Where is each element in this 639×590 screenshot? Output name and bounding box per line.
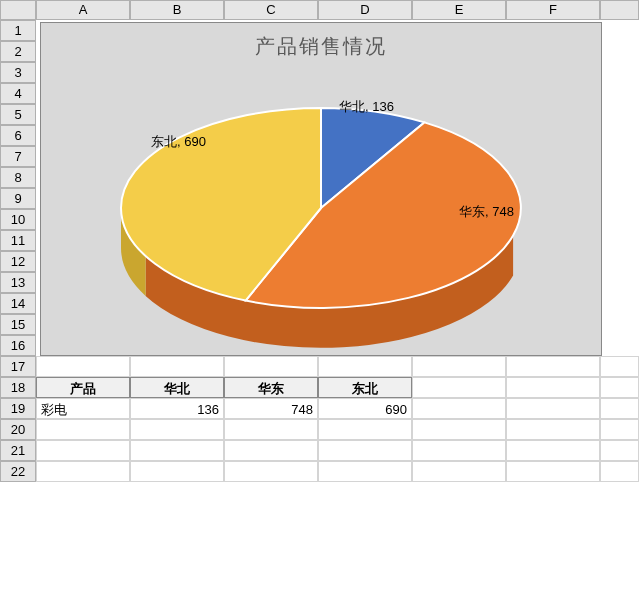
- cell-D20[interactable]: [318, 419, 412, 440]
- cell-F21[interactable]: [506, 440, 600, 461]
- cell-A17[interactable]: [36, 356, 130, 377]
- cell-E21[interactable]: [412, 440, 506, 461]
- row-header-22[interactable]: 22: [0, 461, 36, 482]
- cell-D18[interactable]: 东北: [318, 377, 412, 398]
- row-header-18[interactable]: 18: [0, 377, 36, 398]
- cell-C22[interactable]: [224, 461, 318, 482]
- row-header-17[interactable]: 17: [0, 356, 36, 377]
- cell-A19[interactable]: 彩电: [36, 398, 130, 419]
- row-header-10[interactable]: 10: [0, 209, 36, 230]
- row-header-19[interactable]: 19: [0, 398, 36, 419]
- cell-G19[interactable]: [600, 398, 639, 419]
- cell-D17[interactable]: [318, 356, 412, 377]
- cell-G21[interactable]: [600, 440, 639, 461]
- cell-D21[interactable]: [318, 440, 412, 461]
- cell-G20[interactable]: [600, 419, 639, 440]
- cell-B17[interactable]: [130, 356, 224, 377]
- cell-A20[interactable]: [36, 419, 130, 440]
- cell-C18[interactable]: 华东: [224, 377, 318, 398]
- pie-chart[interactable]: 产品销售情况 华北, 136 华东, 748 东北, 690: [40, 22, 602, 356]
- row-header-3[interactable]: 3: [0, 62, 36, 83]
- cell-F19[interactable]: [506, 398, 600, 419]
- cell-A22[interactable]: [36, 461, 130, 482]
- cell-B20[interactable]: [130, 419, 224, 440]
- row-header-9[interactable]: 9: [0, 188, 36, 209]
- cell-F17[interactable]: [506, 356, 600, 377]
- cell-F20[interactable]: [506, 419, 600, 440]
- cell-E20[interactable]: [412, 419, 506, 440]
- cell-C21[interactable]: [224, 440, 318, 461]
- select-all-corner[interactable]: [0, 0, 36, 20]
- row-header-16[interactable]: 16: [0, 335, 36, 356]
- cell-G18[interactable]: [600, 377, 639, 398]
- row-header-8[interactable]: 8: [0, 167, 36, 188]
- row-header-2[interactable]: 2: [0, 41, 36, 62]
- cell-D22[interactable]: [318, 461, 412, 482]
- spreadsheet: A B C D E F 1 2 3 4 5 6 7 8 9 10 11 12 1…: [0, 0, 639, 590]
- row-header-1[interactable]: 1: [0, 20, 36, 41]
- col-header-C[interactable]: C: [224, 0, 318, 20]
- col-header-D[interactable]: D: [318, 0, 412, 20]
- cell-B21[interactable]: [130, 440, 224, 461]
- pie-label-dongbei: 东北, 690: [151, 133, 206, 151]
- row-header-4[interactable]: 4: [0, 83, 36, 104]
- row-header-5[interactable]: 5: [0, 104, 36, 125]
- cell-C17[interactable]: [224, 356, 318, 377]
- cell-E19[interactable]: [412, 398, 506, 419]
- row-header-15[interactable]: 15: [0, 314, 36, 335]
- cell-D19[interactable]: 690: [318, 398, 412, 419]
- pie-label-huadong: 华东, 748: [459, 203, 514, 221]
- cell-E17[interactable]: [412, 356, 506, 377]
- col-header-B[interactable]: B: [130, 0, 224, 20]
- cell-B19[interactable]: 136: [130, 398, 224, 419]
- pie-chart-svg: [41, 23, 601, 355]
- col-header-G[interactable]: [600, 0, 639, 20]
- cell-B22[interactable]: [130, 461, 224, 482]
- cell-F18[interactable]: [506, 377, 600, 398]
- cell-A18[interactable]: 产品: [36, 377, 130, 398]
- row-header-13[interactable]: 13: [0, 272, 36, 293]
- cell-E18[interactable]: [412, 377, 506, 398]
- row-header-20[interactable]: 20: [0, 419, 36, 440]
- row-header-21[interactable]: 21: [0, 440, 36, 461]
- row-header-14[interactable]: 14: [0, 293, 36, 314]
- row-header-11[interactable]: 11: [0, 230, 36, 251]
- cell-E22[interactable]: [412, 461, 506, 482]
- cell-C19[interactable]: 748: [224, 398, 318, 419]
- cell-A21[interactable]: [36, 440, 130, 461]
- cell-C20[interactable]: [224, 419, 318, 440]
- col-header-A[interactable]: A: [36, 0, 130, 20]
- cell-B18[interactable]: 华北: [130, 377, 224, 398]
- row-header-7[interactable]: 7: [0, 146, 36, 167]
- pie-label-huabei: 华北, 136: [339, 98, 394, 116]
- row-header-6[interactable]: 6: [0, 125, 36, 146]
- cell-G17[interactable]: [600, 356, 639, 377]
- col-header-F[interactable]: F: [506, 0, 600, 20]
- col-header-E[interactable]: E: [412, 0, 506, 20]
- row-header-12[interactable]: 12: [0, 251, 36, 272]
- cell-F22[interactable]: [506, 461, 600, 482]
- cell-G22[interactable]: [600, 461, 639, 482]
